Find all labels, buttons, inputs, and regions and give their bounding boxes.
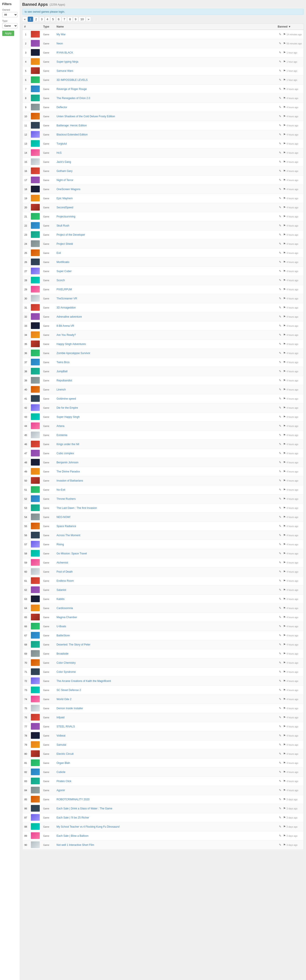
app-name-link[interactable]: Satanist [57,589,66,592]
edit-icon[interactable]: ✎ [278,242,281,246]
flag-icon[interactable]: ⚑ [282,716,286,719]
flag-icon[interactable]: ⚑ [282,488,286,492]
flag-icon[interactable]: ⚑ [282,688,286,692]
flag-icon[interactable]: ⚑ [282,452,286,455]
app-name-link[interactable]: Super Cuber [57,270,72,273]
app-name-link[interactable]: Volbeat [57,734,65,737]
app-name-link[interactable]: 3D IMPOSSIBLE LEVELS [57,78,88,81]
flag-icon[interactable]: ⚑ [282,406,286,410]
flag-icon[interactable]: ⚑ [282,224,286,228]
flag-icon[interactable]: ⚑ [282,87,286,91]
flag-icon[interactable]: ⚑ [282,588,286,592]
app-name-link[interactable]: Samulai [57,743,66,746]
flag-icon[interactable]: ⚑ [282,780,286,783]
edit-icon[interactable]: ✎ [278,579,281,582]
flag-icon[interactable]: ⚑ [282,843,286,847]
app-name-link[interactable]: SecondSpeed [57,206,73,209]
flag-icon[interactable]: ⚑ [282,752,286,756]
flag-icon[interactable]: ⚑ [282,142,286,145]
app-name-link[interactable]: OneScreen Wagons [57,188,81,191]
flag-icon[interactable]: ⚑ [282,342,286,346]
app-name-link[interactable]: Blackout Extended Edition [57,133,88,136]
edit-icon[interactable]: ✎ [278,60,281,64]
edit-icon[interactable]: ✎ [278,597,281,601]
flag-icon[interactable]: ⚑ [282,561,286,565]
flag-icon[interactable]: ⚑ [282,625,286,628]
flag-icon[interactable]: ⚑ [282,789,286,792]
app-name-link[interactable]: Are You Ready? [57,333,76,337]
flag-icon[interactable]: ⚑ [282,233,286,237]
edit-icon[interactable]: ✎ [278,634,281,637]
app-name-link[interactable]: Organ Blah [57,761,70,765]
flag-icon[interactable]: ⚑ [282,206,286,209]
edit-icon[interactable]: ✎ [278,124,281,127]
app-name-link[interactable]: Go Mission: Space Travel [57,552,87,555]
flag-icon[interactable]: ⚑ [282,570,286,574]
page-4[interactable]: 4 [45,17,50,22]
flag-icon[interactable]: ⚑ [282,770,286,774]
edit-icon[interactable]: ✎ [278,743,281,746]
app-name-link[interactable]: TheScreamer VR [57,297,77,300]
app-name-link[interactable]: Each Sale | Blow a Balloon [57,834,89,837]
flag-icon[interactable]: ⚑ [282,379,286,382]
edit-icon[interactable]: ✎ [278,142,281,145]
flag-icon[interactable]: ⚑ [282,661,286,665]
edit-icon[interactable]: ✎ [278,770,281,774]
edit-icon[interactable]: ✎ [278,433,281,437]
app-name-link[interactable]: 8-Bit Arena VR [57,324,74,328]
app-name-link[interactable]: Evil [57,251,61,255]
flag-icon[interactable]: ⚑ [282,497,286,501]
flag-icon[interactable]: ⚑ [282,278,286,282]
flag-icon[interactable]: ⚑ [282,306,286,309]
page-5[interactable]: 5 [51,17,55,22]
edit-icon[interactable]: ✎ [278,169,281,173]
flag-icon[interactable]: ⚑ [282,597,286,601]
edit-icon[interactable]: ✎ [278,816,281,819]
page-1[interactable]: 1 [28,17,33,22]
app-name-link[interactable]: STEEL RIVALS [57,725,75,728]
app-name-link[interactable]: JumpBall [57,370,68,373]
app-name-link[interactable]: Magma Chamber [57,616,77,619]
page-prev[interactable]: « [22,17,27,22]
edit-icon[interactable]: ✎ [278,424,281,428]
edit-icon[interactable]: ✎ [278,260,281,264]
flag-icon[interactable]: ⚑ [282,370,286,373]
app-name-link[interactable]: Gotham Gary [57,169,73,173]
edit-icon[interactable]: ✎ [278,479,281,482]
app-name-link[interactable]: Endless Room [57,579,74,582]
flag-icon[interactable]: ⚑ [282,670,286,674]
app-name-link[interactable]: Color Syndrome [57,670,76,673]
app-name-link[interactable]: Each Sale | I'll be 25 Richer [57,816,89,819]
flag-icon[interactable]: ⚑ [282,197,286,200]
edit-icon[interactable]: ✎ [278,379,281,382]
flag-icon[interactable]: ⚑ [282,178,286,182]
app-name-link[interactable]: Goldmine speed [57,397,76,400]
edit-icon[interactable]: ✎ [278,542,281,546]
app-name-link[interactable]: Super typing Ninja [57,60,78,63]
flag-icon[interactable]: ⚑ [282,60,286,64]
edit-icon[interactable]: ✎ [278,625,281,628]
edit-icon[interactable]: ✎ [278,825,281,829]
edit-icon[interactable]: ✎ [278,843,281,847]
edit-icon[interactable]: ✎ [278,178,281,182]
edit-icon[interactable]: ✎ [278,342,281,346]
edit-icon[interactable]: ✎ [278,761,281,765]
app-name-link[interactable]: Epic Mayhem [57,197,73,200]
flag-icon[interactable]: ⚑ [282,652,286,655]
edit-icon[interactable]: ✎ [278,606,281,610]
app-name-link[interactable]: Deserted: The Story of Peter [57,643,90,646]
app-name-link[interactable]: SC Street Defense 2 [57,689,81,692]
app-name-link[interactable]: Invasion of Barbarians [57,479,83,482]
edit-icon[interactable]: ✎ [278,333,281,337]
page-2[interactable]: 2 [33,17,39,22]
edit-icon[interactable]: ✎ [278,752,281,756]
flag-icon[interactable]: ⚑ [282,33,286,36]
edit-icon[interactable]: ✎ [278,706,281,710]
edit-icon[interactable]: ✎ [278,33,281,36]
app-name-link[interactable]: Night of Terror [57,178,73,182]
app-name-link[interactable]: Across The Moment [57,534,80,537]
app-name-link[interactable]: The Last Dawn : The first Invasion [57,506,97,509]
app-name-link[interactable]: HcS [57,151,62,154]
flag-icon[interactable]: ⚑ [282,734,286,737]
app-name-link[interactable]: Cubic complex [57,452,74,455]
